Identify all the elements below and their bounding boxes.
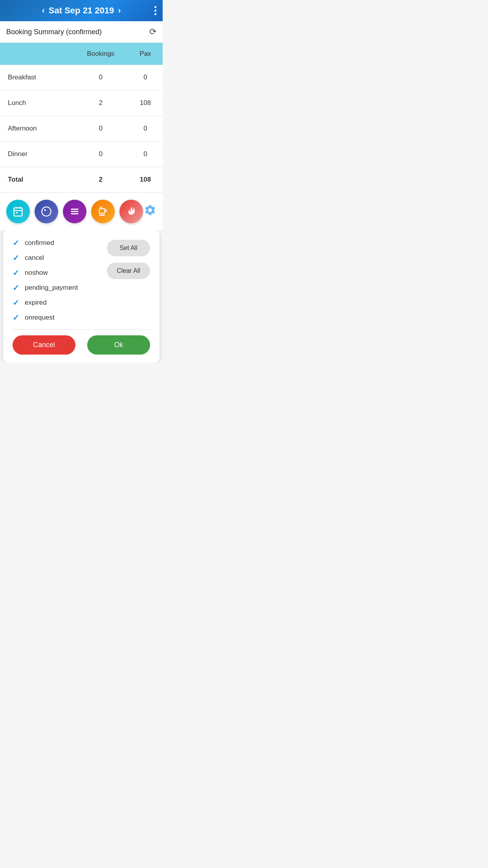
- check-label: noshow: [25, 269, 48, 277]
- menu-dot: [154, 10, 156, 12]
- check-mark-icon: ✓: [13, 268, 19, 278]
- row-pax: 108: [128, 167, 163, 193]
- status-checklist: ✓ confirmed ✓ cancel ✓ noshow ✓ pending_…: [13, 238, 101, 322]
- row-bookings: 2: [73, 167, 128, 193]
- row-label: Lunch: [0, 90, 73, 116]
- calendar-icon-button[interactable]: [6, 200, 30, 223]
- row-pax: 108: [128, 90, 163, 116]
- check-label: pending_payment: [25, 284, 78, 292]
- filter-dropdown-panel: ✓ confirmed ✓ cancel ✓ noshow ✓ pending_…: [3, 230, 160, 362]
- tag-icon-button[interactable]: [35, 200, 58, 223]
- checklist-item[interactable]: ✓ noshow: [13, 268, 101, 278]
- col-label-header: [0, 43, 73, 65]
- prev-date-button[interactable]: ‹: [42, 6, 45, 16]
- bottom-buttons: Cancel Ok: [13, 335, 150, 355]
- check-label: cancel: [25, 254, 44, 262]
- menu-dot: [154, 13, 156, 15]
- row-bookings: 0: [73, 65, 128, 90]
- ok-button[interactable]: Ok: [87, 335, 150, 355]
- header: ‹ Sat Sep 21 2019 ›: [0, 0, 163, 21]
- check-mark-icon: ✓: [13, 313, 19, 322]
- row-bookings: 2: [73, 90, 128, 116]
- next-date-button[interactable]: ›: [118, 6, 121, 16]
- header-menu-button[interactable]: [154, 6, 156, 15]
- refresh-button[interactable]: ⟳: [149, 27, 156, 37]
- checklist-item[interactable]: ✓ onrequest: [13, 313, 101, 322]
- svg-rect-10: [99, 209, 105, 213]
- checklist-item[interactable]: ✓ confirmed: [13, 238, 101, 248]
- menu-dot: [154, 6, 156, 8]
- table-row: Afternoon 0 0: [0, 116, 163, 142]
- row-label: Breakfast: [0, 65, 73, 90]
- header-title: ‹ Sat Sep 21 2019 ›: [42, 6, 121, 16]
- subheader: Booking Summary (confirmed) ⟳: [0, 21, 163, 43]
- header-date: Sat Sep 21 2019: [49, 6, 114, 16]
- svg-rect-4: [16, 212, 18, 213]
- action-buttons: Set All Clear All: [107, 238, 150, 322]
- settings-icon-button[interactable]: [144, 204, 156, 219]
- clear-all-button[interactable]: Clear All: [107, 263, 150, 279]
- checklist-item[interactable]: ✓ pending_payment: [13, 283, 101, 292]
- check-label: confirmed: [25, 239, 54, 247]
- row-label: Total: [0, 167, 73, 193]
- svg-point-5: [42, 207, 51, 216]
- row-pax: 0: [128, 65, 163, 90]
- check-label: onrequest: [25, 314, 55, 322]
- row-label: Dinner: [0, 142, 73, 167]
- svg-rect-0: [14, 208, 22, 216]
- set-all-button[interactable]: Set All: [107, 240, 150, 256]
- list-icon-button[interactable]: [63, 200, 86, 223]
- check-mark-icon: ✓: [13, 283, 19, 292]
- check-mark-icon: ✓: [13, 298, 19, 307]
- col-pax-header: Pax: [128, 43, 163, 65]
- row-bookings: 0: [73, 116, 128, 142]
- checklist-item[interactable]: ✓ cancel: [13, 253, 101, 263]
- page-title: Booking Summary (confirmed): [6, 28, 102, 36]
- table-row: Breakfast 0 0: [0, 65, 163, 90]
- row-pax: 0: [128, 116, 163, 142]
- row-pax: 0: [128, 142, 163, 167]
- flame-icon-button[interactable]: [119, 200, 143, 223]
- svg-point-6: [44, 209, 46, 211]
- check-mark-icon: ✓: [13, 238, 19, 248]
- table-row: Total 2 108: [0, 167, 163, 193]
- divider: [13, 329, 150, 330]
- filter-icon-row: [0, 193, 163, 230]
- checklist-item[interactable]: ✓ expired: [13, 298, 101, 307]
- coffee-icon-button[interactable]: [91, 200, 115, 223]
- check-mark-icon: ✓: [13, 253, 19, 263]
- cancel-button[interactable]: Cancel: [13, 335, 75, 355]
- col-bookings-header: Bookings: [73, 43, 128, 65]
- row-label: Afternoon: [0, 116, 73, 142]
- booking-table: Bookings Pax Breakfast 0 0 Lunch 2 108 A…: [0, 43, 163, 193]
- dropdown-content: ✓ confirmed ✓ cancel ✓ noshow ✓ pending_…: [13, 238, 150, 322]
- check-label: expired: [25, 299, 47, 307]
- table-row: Dinner 0 0: [0, 142, 163, 167]
- table-header-row: Bookings Pax: [0, 43, 163, 65]
- table-row: Lunch 2 108: [0, 90, 163, 116]
- row-bookings: 0: [73, 142, 128, 167]
